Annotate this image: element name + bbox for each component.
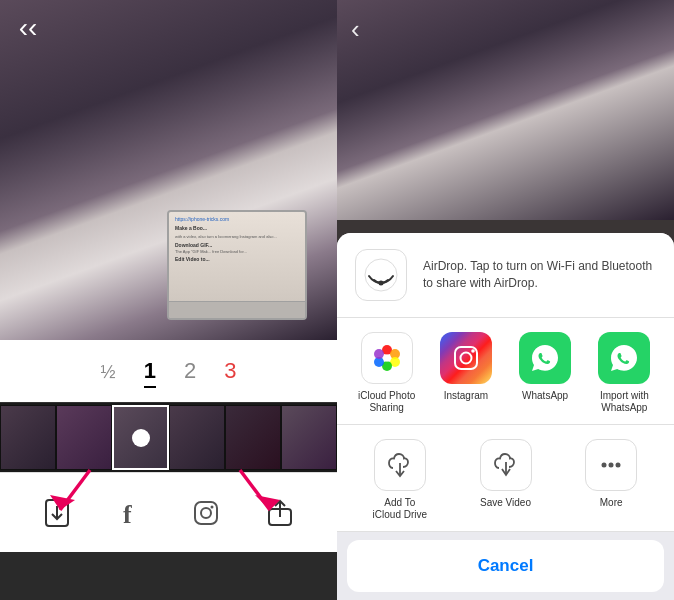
left-panel: https://iphone-tricks.com Make a Boo... … (0, 0, 337, 600)
save-button[interactable] (39, 495, 75, 531)
right-panel: ‹ AirDrop (337, 0, 674, 600)
page-3[interactable]: 3 (224, 358, 236, 384)
actions-row: Add ToiCloud Drive Save Video (337, 425, 674, 532)
app-icloud-photo-sharing[interactable]: iCloud PhotoSharing (347, 332, 426, 414)
bottle-photo: https://iphone-tricks.com Make a Boo... … (0, 0, 337, 340)
app-whatsapp-label: WhatsApp (522, 390, 568, 402)
bottom-toolbar: f (0, 472, 337, 552)
action-save-video[interactable]: Save Video (453, 439, 559, 521)
svg-point-20 (383, 354, 391, 362)
save-video-label: Save Video (480, 497, 531, 509)
import-whatsapp-svg (607, 341, 641, 375)
svg-point-9 (210, 505, 213, 508)
right-chevron-icon: ‹ (351, 14, 360, 45)
share-button[interactable] (262, 495, 298, 531)
right-photo-bg (337, 0, 674, 220)
film-thumb-5[interactable] (225, 405, 281, 470)
action-add-icloud[interactable]: Add ToiCloud Drive (347, 439, 453, 521)
film-thumb-1[interactable] (0, 405, 56, 470)
facebook-button[interactable]: f (113, 495, 149, 531)
page-1[interactable]: 1 (144, 358, 156, 388)
svg-text:f: f (123, 500, 132, 527)
instagram-app-svg (450, 342, 482, 374)
film-thumb-3-active[interactable] (112, 405, 170, 470)
film-thumb-4[interactable] (169, 405, 225, 470)
right-photo-area: ‹ (337, 0, 674, 220)
instagram-icon (193, 500, 219, 526)
app-grid-row: iCloud PhotoSharing Instagram (337, 318, 674, 425)
app-import-whatsapp-label: Import withWhatsApp (600, 390, 649, 414)
icloud-photo-sharing-icon (361, 332, 413, 384)
film-thumb-6[interactable] (281, 405, 337, 470)
svg-point-8 (201, 508, 211, 518)
laptop-screen-content: https://iphone-tricks.com Make a Boo... … (169, 212, 305, 267)
whatsapp-app-icon (519, 332, 571, 384)
airdrop-icon (355, 249, 407, 301)
airdrop-text-area: AirDrop. Tap to turn on Wi-Fi and Blueto… (423, 258, 656, 292)
import-whatsapp-icon (598, 332, 650, 384)
svg-rect-7 (195, 502, 217, 524)
save-video-icon (480, 439, 532, 491)
instagram-button[interactable] (188, 495, 224, 531)
whatsapp-svg (528, 341, 562, 375)
app-instagram-label: Instagram (444, 390, 488, 402)
more-svg (596, 450, 626, 480)
airdrop-svg-icon (363, 257, 399, 293)
add-icloud-svg (385, 450, 415, 480)
svg-point-28 (616, 463, 621, 468)
app-import-whatsapp[interactable]: Import withWhatsApp (585, 332, 664, 414)
page-half[interactable]: ½ (101, 362, 116, 383)
svg-point-22 (460, 353, 471, 364)
laptop-screen: https://iphone-tricks.com Make a Boo... … (169, 212, 305, 302)
page-2[interactable]: 2 (184, 358, 196, 384)
photos-svg-icon (369, 340, 405, 376)
app-icloud-label: iCloud PhotoSharing (358, 390, 415, 414)
add-icloud-icon (374, 439, 426, 491)
svg-point-26 (602, 463, 607, 468)
share-sheet: AirDrop. Tap to turn on Wi-Fi and Blueto… (337, 233, 674, 600)
back-button[interactable]: ‹ (14, 14, 42, 42)
svg-point-23 (471, 349, 475, 353)
laptop-overlay: https://iphone-tricks.com Make a Boo... … (167, 210, 307, 320)
laptop-base (169, 302, 305, 318)
add-icloud-label: Add ToiCloud Drive (373, 497, 427, 521)
film-dot (132, 429, 150, 447)
share-sheet-inner: AirDrop. Tap to turn on Wi-Fi and Blueto… (337, 233, 674, 600)
film-thumb-2[interactable] (56, 405, 112, 470)
action-more[interactable]: More (558, 439, 664, 521)
page-indicators: ½ 1 2 3 (0, 340, 337, 402)
save-icon (43, 498, 71, 528)
svg-point-19 (374, 349, 384, 359)
more-label: More (600, 497, 623, 509)
app-whatsapp[interactable]: WhatsApp (506, 332, 585, 414)
airdrop-description: AirDrop. Tap to turn on Wi-Fi and Blueto… (423, 258, 656, 292)
svg-point-13 (379, 281, 384, 286)
share-icon (267, 499, 293, 527)
facebook-icon: f (118, 499, 144, 527)
svg-point-12 (365, 259, 397, 291)
instagram-app-icon (440, 332, 492, 384)
left-photo-area: https://iphone-tricks.com Make a Boo... … (0, 0, 337, 340)
airdrop-row[interactable]: AirDrop. Tap to turn on Wi-Fi and Blueto… (337, 233, 674, 318)
save-video-svg (491, 450, 521, 480)
cancel-button[interactable]: Cancel (347, 540, 664, 592)
svg-point-27 (609, 463, 614, 468)
more-icon (585, 439, 637, 491)
filmstrip (0, 402, 337, 472)
app-instagram[interactable]: Instagram (426, 332, 505, 414)
